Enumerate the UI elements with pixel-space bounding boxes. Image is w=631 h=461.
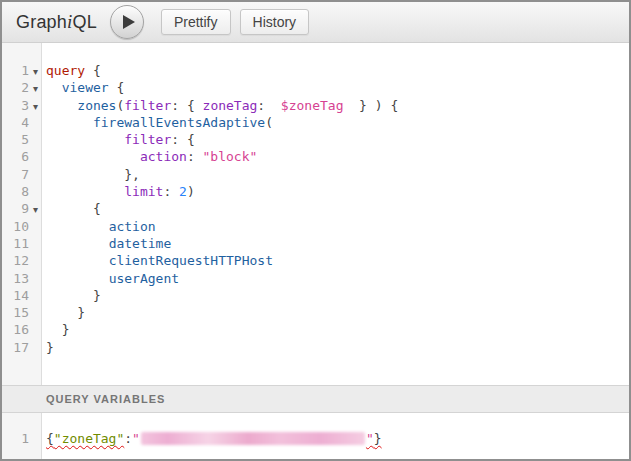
code-text[interactable]: firewallEventsAdaptive( <box>42 114 273 131</box>
prettify-button[interactable]: Prettify <box>161 9 231 35</box>
line-number: 11 <box>2 235 29 252</box>
code-line: 1▾query { <box>2 62 629 79</box>
code-line: 9▾ { <box>2 200 629 217</box>
code-token: }, <box>46 167 140 182</box>
code-text[interactable]: }, <box>42 166 140 183</box>
code-text[interactable]: limit: 2) <box>42 183 195 200</box>
graphiql-window: GraphiQL Prettify History 1▾query {2▾ vi… <box>0 0 631 461</box>
code-line: 12 clientRequestHTTPHost <box>2 252 629 269</box>
code-token <box>46 80 62 95</box>
line-number: 9 <box>2 200 29 217</box>
logo-text: Graph <box>16 12 67 32</box>
code-text[interactable]: viewer { <box>42 79 124 96</box>
code-text[interactable]: {"zoneTag":""} <box>42 430 382 447</box>
code-token: } ) { <box>343 98 398 113</box>
code-line: 2▾ viewer { <box>2 79 629 96</box>
code-token: : <box>187 149 203 164</box>
code-token: clientRequestHTTPHost <box>109 253 273 268</box>
line-number: 7 <box>2 166 29 183</box>
line-number: 1 <box>2 430 29 447</box>
code-token <box>46 149 140 164</box>
line-number: 8 <box>2 183 29 200</box>
line-number: 15 <box>2 304 29 321</box>
code-line: 10 action <box>2 218 629 235</box>
code-line: 11 datetime <box>2 235 629 252</box>
code-token: " <box>366 431 374 446</box>
code-token: { <box>85 63 101 78</box>
code-text[interactable]: datetime <box>42 235 171 252</box>
line-number: 17 <box>2 339 29 356</box>
line-number: 14 <box>2 287 29 304</box>
code-text[interactable]: userAgent <box>42 270 179 287</box>
code-token <box>46 98 77 113</box>
line-number: 4 <box>2 114 29 131</box>
line-number: 3 <box>2 97 29 114</box>
code-line: 8 limit: 2) <box>2 183 629 200</box>
code-text[interactable]: zones(filter: { zoneTag: $zoneTag } ) { <box>42 97 398 114</box>
line-number: 12 <box>2 252 29 269</box>
code-text[interactable]: } <box>42 339 54 356</box>
code-token: "zoneTag" <box>54 431 124 446</box>
code-token: action <box>109 219 156 234</box>
code-line: 13 userAgent <box>2 270 629 287</box>
code-text[interactable]: action <box>42 218 156 235</box>
code-token: action <box>140 149 187 164</box>
code-line: 5 filter: { <box>2 131 629 148</box>
history-button[interactable]: History <box>240 9 310 35</box>
code-text[interactable]: { <box>42 200 101 217</box>
fold-arrow-icon[interactable]: ▾ <box>29 63 42 80</box>
code-token <box>46 115 93 130</box>
code-text[interactable]: } <box>42 321 69 338</box>
code-token: zones <box>77 98 116 113</box>
line-number: 16 <box>2 321 29 338</box>
code-text[interactable]: } <box>42 304 85 321</box>
code-token: "block" <box>203 149 258 164</box>
redacted-zone-tag-value <box>141 432 365 445</box>
code-token: 2 <box>179 184 187 199</box>
code-line: 17} <box>2 339 629 356</box>
code-token <box>46 271 109 286</box>
line-number: 10 <box>2 218 29 235</box>
code-token <box>46 184 124 199</box>
code-lines: 1▾query {2▾ viewer {3▾ zones(filter: { z… <box>2 62 629 356</box>
code-line: 4 firewallEventsAdaptive( <box>2 114 629 131</box>
code-token: : { <box>171 98 202 113</box>
code-line: 16 } <box>2 321 629 338</box>
code-text[interactable]: } <box>42 287 101 304</box>
code-token <box>46 253 109 268</box>
fold-arrow-icon[interactable]: ▾ <box>29 201 42 218</box>
code-text[interactable]: action: "block" <box>42 148 257 165</box>
fold-arrow-icon[interactable]: ▾ <box>29 98 42 115</box>
code-token: filter <box>124 98 171 113</box>
execute-query-button[interactable] <box>110 5 144 39</box>
fold-arrow-icon[interactable]: ▾ <box>29 80 42 97</box>
line-number: 2 <box>2 79 29 96</box>
code-token <box>46 236 109 251</box>
code-line: 7 }, <box>2 166 629 183</box>
code-token: datetime <box>109 236 172 251</box>
graphiql-logo: GraphiQL <box>16 11 97 33</box>
code-token: userAgent <box>109 271 179 286</box>
code-token: : { <box>171 132 194 147</box>
query-editor[interactable]: 1▾query {2▾ viewer {3▾ zones(filter: { z… <box>2 43 629 385</box>
code-line: 14 } <box>2 287 629 304</box>
variables-code-lines: 1{"zoneTag":""} <box>2 430 629 447</box>
code-token: zoneTag <box>203 98 258 113</box>
code-token <box>46 132 124 147</box>
play-icon <box>123 15 135 29</box>
variables-editor[interactable]: 1{"zoneTag":""} <box>2 413 629 459</box>
toolbar: GraphiQL Prettify History <box>2 2 629 43</box>
code-token: { <box>46 431 54 446</box>
code-token: : <box>124 431 132 446</box>
query-variables-header[interactable]: QUERY VARIABLES <box>2 385 629 413</box>
code-text[interactable]: filter: { <box>42 131 195 148</box>
code-text[interactable]: clientRequestHTTPHost <box>42 252 273 269</box>
code-token: { <box>46 201 101 216</box>
code-token: } <box>46 288 101 303</box>
code-token: } <box>374 431 382 446</box>
code-token: ( <box>265 115 273 130</box>
code-token: limit <box>124 184 163 199</box>
code-token: : <box>163 184 179 199</box>
code-token: : <box>257 98 280 113</box>
code-text[interactable]: query { <box>42 62 101 79</box>
